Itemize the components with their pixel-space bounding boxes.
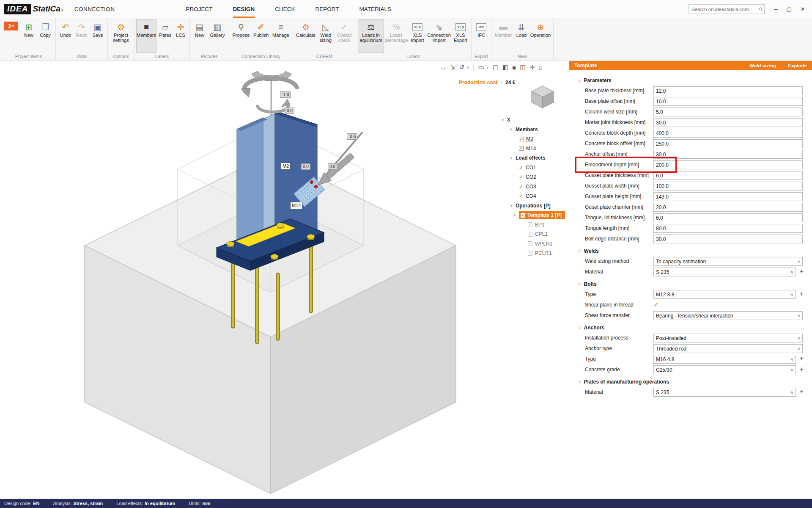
add-plate-material-button[interactable]: + — [800, 388, 804, 395]
weld-sizing-action-button[interactable]: Weld sizing — [749, 63, 776, 68]
new-picture-button[interactable]: ▤ New — [192, 19, 207, 52]
tree-root[interactable]: ∨ 3 — [495, 115, 569, 125]
tree-item-co2[interactable]: ✓ CO2 — [495, 172, 569, 182]
plate-material-select[interactable]: S 235 ∨ — [653, 388, 796, 397]
new-load-button[interactable]: ⇊ Load — [514, 19, 529, 52]
tree-item-co1[interactable]: ✓ CO1 — [495, 163, 569, 173]
chevron-down-icon[interactable]: ∨ — [486, 66, 489, 69]
rotate-view-icon[interactable]: ↺ — [459, 64, 465, 71]
tree-item-cpl1[interactable]: ✓ CPL1 — [495, 229, 569, 239]
tree-item-wpln1[interactable]: ✓ WPLN1 — [495, 239, 569, 249]
tree-item-co4[interactable]: ✓ CO4 — [495, 191, 569, 201]
publish-button[interactable]: ✐ Publish — [252, 19, 270, 52]
add-concrete-grade-button[interactable]: + — [800, 366, 804, 372]
tree-item-bp1[interactable]: ✓ BP1 — [495, 220, 569, 230]
fit-view-icon[interactable]: ⇲ — [450, 64, 455, 71]
transparent-view-icon[interactable]: ◫ — [520, 64, 526, 71]
column-weld-size-input[interactable] — [653, 108, 803, 116]
embedment-depth-input[interactable] — [653, 160, 803, 169]
base-plate-thickness-input[interactable] — [653, 86, 803, 95]
ifc-export-button[interactable]: IFC IFC — [474, 19, 489, 52]
view-cube[interactable] — [529, 83, 557, 111]
checkbox-checked-disabled[interactable]: ✓ — [528, 251, 532, 256]
checkbox-checked-disabled[interactable]: ✓ — [528, 232, 532, 237]
pan-icon[interactable]: ✛ — [529, 64, 535, 71]
undo-button[interactable]: ↶ Undo — [58, 19, 73, 52]
solid-view-icon[interactable]: ■ — [512, 64, 516, 71]
checkbox-checked[interactable]: ✓ — [519, 137, 524, 141]
anchor-type-select[interactable]: Threaded rod ∨ — [653, 344, 803, 353]
new-member-button[interactable]: ▬ Member — [494, 19, 513, 52]
project-settings-button[interactable]: ⚙ Project settings — [110, 19, 132, 52]
3d-scene[interactable] — [0, 61, 569, 499]
xls-export-button[interactable]: XLS XLS Export — [452, 19, 469, 52]
tree-load-effects-header[interactable]: ∨ Load effects — [495, 153, 569, 163]
home-view-icon[interactable]: ⌂ — [539, 64, 543, 71]
overall-check-button[interactable]: ✓ Overall check — [335, 19, 354, 52]
plates-labels-button[interactable]: ▱ Plates — [157, 19, 173, 52]
close-button[interactable]: ✕ — [796, 6, 809, 12]
propose-button[interactable]: ⚲ Propose — [231, 19, 251, 52]
add-weld-material-button[interactable]: + — [800, 268, 804, 274]
chevron-down-icon[interactable]: ∨ — [466, 66, 469, 69]
weld-material-select[interactable]: S 235 ∨ — [653, 268, 796, 276]
weld-sizing-button[interactable]: ◺ Weld sizing — [317, 19, 334, 52]
tab-materials[interactable]: MATERIALS — [359, 0, 392, 18]
tab-report[interactable]: REPORT — [315, 0, 339, 18]
manage-button[interactable]: ≡ Manage — [271, 19, 291, 52]
maximize-button[interactable]: ▢ — [782, 6, 796, 12]
installation-process-select[interactable]: Post-installed ∨ — [653, 334, 803, 342]
select-mode-icon[interactable]: ▭ — [478, 64, 484, 71]
tongue-lid-thickness-input[interactable] — [653, 213, 803, 222]
anchor-size-select[interactable]: M16 4.8 ∨ — [653, 355, 796, 364]
tab-check[interactable]: CHECK — [275, 0, 295, 18]
tree-item-m2[interactable]: ✓ M2 — [495, 134, 569, 144]
bolt-type-select[interactable]: M12 8.8 ∨ — [653, 290, 796, 299]
tree-operations-header[interactable]: ∨ Operations [P] — [495, 201, 569, 211]
wireframe-view-icon[interactable]: ▢ — [493, 64, 499, 71]
tab-design[interactable]: DESIGN — [233, 0, 255, 18]
mortar-joint-thickness-input[interactable] — [653, 118, 803, 127]
shear-force-transfer-select[interactable]: Bearing - tension/shear interaction ∨ — [653, 311, 803, 320]
concrete-block-depth-input[interactable] — [653, 129, 803, 138]
checkbox-checked-disabled[interactable]: ✓ — [528, 241, 532, 246]
measure-icon[interactable]: ↔ — [440, 64, 446, 71]
checkbox-checked[interactable]: ✓ — [521, 213, 525, 218]
gallery-button[interactable]: ▥ Gallery — [208, 19, 227, 52]
section-parameters[interactable]: ∨ Parameters — [569, 75, 812, 86]
member-label-m14[interactable]: M14 — [290, 202, 302, 209]
gusset-plate-width-input[interactable] — [653, 182, 803, 190]
tab-project[interactable]: PROJECT — [186, 0, 213, 18]
tree-item-m14[interactable]: ✓ M14 — [495, 144, 569, 154]
tree-item-co3[interactable]: ✓ CO3 — [495, 182, 569, 192]
section-bolts[interactable]: ∨ Bolts — [569, 279, 812, 289]
xls-import-button[interactable]: XLS XLS Import — [409, 19, 426, 52]
calculate-button[interactable]: ⚙ Calculate — [295, 19, 316, 52]
shear-plane-checkbox[interactable]: ✓ — [654, 301, 658, 308]
tree-item-pcut1[interactable]: ✓ PCUT1 — [495, 248, 569, 258]
explode-action-button[interactable]: Explode — [788, 63, 807, 68]
search-input[interactable] — [689, 7, 759, 12]
concrete-grade-select[interactable]: C25/30 ∨ — [653, 365, 796, 374]
section-plates-manufacturing[interactable]: ∨ Plates of manufacturing operations — [569, 377, 812, 387]
redo-button[interactable]: ↷ Redo — [74, 19, 89, 52]
anchor-offset-input[interactable] — [653, 150, 803, 159]
search-box[interactable]: ⚲ — [689, 4, 765, 14]
tree-members-header[interactable]: ∨ Members — [495, 125, 569, 135]
gusset-plate-height-input[interactable] — [653, 192, 803, 201]
add-bolt-type-button[interactable]: + — [800, 290, 804, 297]
copy-button[interactable]: ❐ Copy — [37, 19, 53, 52]
concrete-block-offset-input[interactable] — [653, 139, 803, 148]
shaded-view-icon[interactable]: ◧ — [502, 64, 508, 71]
save-button[interactable]: ▣ Save — [90, 19, 105, 52]
bolt-edge-distance-input[interactable] — [653, 235, 803, 243]
project-item-selector[interactable]: 3 ▾ — [4, 22, 18, 30]
tree-item-template[interactable]: ∨ ✓ Template 1 [P] — [495, 210, 569, 220]
minimize-button[interactable]: ─ — [769, 6, 782, 12]
loads-percentage-button[interactable]: % Loads percentage — [384, 19, 408, 52]
weld-sizing-method-select[interactable]: To capacity estimation ∨ — [653, 257, 803, 266]
section-anchors[interactable]: ∨ Anchors — [569, 323, 812, 333]
member-label-m2[interactable]: M2 — [281, 163, 291, 170]
loads-in-equilibrium-button[interactable]: ⚖ Loads in equilibrium — [358, 19, 384, 52]
viewport[interactable]: ↔ ⇲ ↺ ∨ | ▭ ∨ ▢ ◧ ■ ◫ ✛ ⌂ Production cos… — [0, 61, 569, 499]
